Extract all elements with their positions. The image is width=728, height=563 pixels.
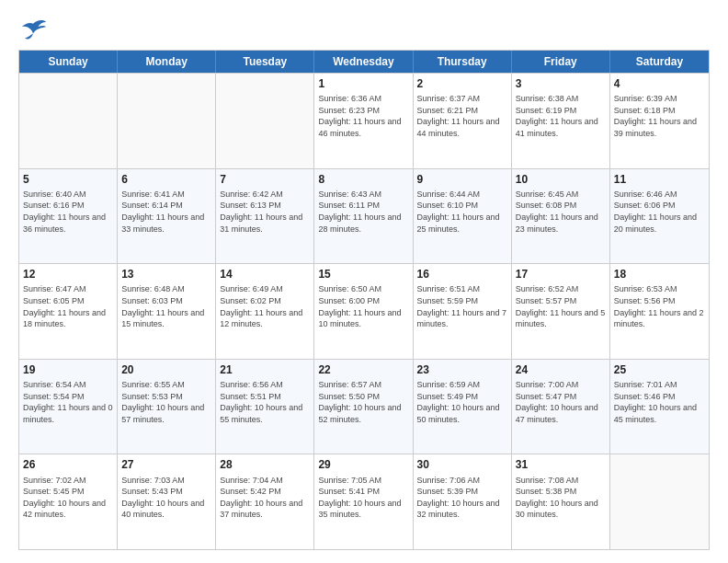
day-info: Sunrise: 7:05 AM Sunset: 5:41 PM Dayligh… [318, 475, 408, 521]
day-info: Sunrise: 6:55 AM Sunset: 5:53 PM Dayligh… [121, 379, 211, 425]
calendar-cell-9: 9Sunrise: 6:44 AM Sunset: 6:10 PM Daylig… [414, 169, 512, 264]
day-number: 2 [417, 76, 507, 91]
calendar-row-4: 19Sunrise: 6:54 AM Sunset: 5:54 PM Dayli… [19, 359, 709, 454]
day-number: 24 [516, 362, 606, 377]
calendar-cell-8: 8Sunrise: 6:43 AM Sunset: 6:11 PM Daylig… [314, 169, 413, 264]
day-info: Sunrise: 6:54 AM Sunset: 5:54 PM Dayligh… [23, 379, 113, 425]
calendar-cell-empty-0-0 [19, 74, 118, 168]
day-info: Sunrise: 7:04 AM Sunset: 5:42 PM Dayligh… [220, 475, 310, 521]
day-number: 21 [220, 362, 310, 377]
calendar-cell-1: 1Sunrise: 6:36 AM Sunset: 6:23 PM Daylig… [314, 74, 413, 168]
day-number: 8 [318, 172, 408, 187]
day-number: 28 [220, 457, 310, 472]
calendar-row-5: 26Sunrise: 7:02 AM Sunset: 5:45 PM Dayli… [19, 454, 709, 549]
day-info: Sunrise: 7:06 AM Sunset: 5:39 PM Dayligh… [417, 475, 507, 521]
day-info: Sunrise: 6:36 AM Sunset: 6:23 PM Dayligh… [318, 93, 408, 139]
day-info: Sunrise: 6:42 AM Sunset: 6:13 PM Dayligh… [220, 189, 310, 235]
day-info: Sunrise: 6:38 AM Sunset: 6:19 PM Dayligh… [516, 93, 606, 139]
day-number: 31 [516, 457, 606, 472]
calendar-cell-22: 22Sunrise: 6:57 AM Sunset: 5:50 PM Dayli… [314, 360, 413, 454]
calendar-cell-11: 11Sunrise: 6:46 AM Sunset: 6:06 PM Dayli… [610, 169, 709, 264]
calendar-cell-2: 2Sunrise: 6:37 AM Sunset: 6:21 PM Daylig… [414, 74, 512, 168]
day-info: Sunrise: 7:03 AM Sunset: 5:43 PM Dayligh… [121, 475, 211, 521]
header-day-monday: Monday [118, 51, 216, 73]
day-info: Sunrise: 6:53 AM Sunset: 5:56 PM Dayligh… [614, 283, 705, 329]
day-number: 5 [23, 172, 113, 187]
day-number: 1 [318, 76, 408, 91]
day-number: 9 [417, 172, 507, 187]
day-number: 11 [614, 172, 705, 187]
day-number: 18 [614, 267, 705, 282]
calendar-cell-23: 23Sunrise: 6:59 AM Sunset: 5:49 PM Dayli… [414, 360, 512, 454]
calendar-row-2: 5Sunrise: 6:40 AM Sunset: 6:16 PM Daylig… [19, 168, 709, 264]
day-info: Sunrise: 6:50 AM Sunset: 6:00 PM Dayligh… [318, 283, 408, 329]
calendar-cell-10: 10Sunrise: 6:45 AM Sunset: 6:08 PM Dayli… [512, 169, 610, 264]
header-day-sunday: Sunday [19, 51, 118, 73]
day-number: 15 [318, 267, 408, 282]
calendar-cell-empty-0-2 [216, 74, 314, 168]
day-number: 14 [220, 267, 310, 282]
calendar-cell-13: 13Sunrise: 6:48 AM Sunset: 6:03 PM Dayli… [118, 264, 216, 359]
calendar-cell-empty-4-6 [610, 454, 709, 549]
day-info: Sunrise: 7:00 AM Sunset: 5:47 PM Dayligh… [516, 379, 606, 425]
calendar-cell-6: 6Sunrise: 6:41 AM Sunset: 6:14 PM Daylig… [118, 169, 216, 264]
calendar-row-3: 12Sunrise: 6:47 AM Sunset: 6:05 PM Dayli… [19, 263, 709, 359]
day-info: Sunrise: 6:57 AM Sunset: 5:50 PM Dayligh… [318, 379, 408, 425]
calendar-cell-31: 31Sunrise: 7:08 AM Sunset: 5:38 PM Dayli… [512, 454, 610, 549]
day-number: 23 [417, 362, 507, 377]
day-info: Sunrise: 7:08 AM Sunset: 5:38 PM Dayligh… [516, 475, 606, 521]
calendar-row-1: 1Sunrise: 6:36 AM Sunset: 6:23 PM Daylig… [19, 73, 709, 168]
day-info: Sunrise: 6:44 AM Sunset: 6:10 PM Dayligh… [417, 189, 507, 235]
calendar-cell-21: 21Sunrise: 6:56 AM Sunset: 5:51 PM Dayli… [216, 360, 314, 454]
calendar-cell-19: 19Sunrise: 6:54 AM Sunset: 5:54 PM Dayli… [19, 360, 118, 454]
header-day-tuesday: Tuesday [216, 51, 314, 73]
day-info: Sunrise: 6:47 AM Sunset: 6:05 PM Dayligh… [23, 283, 113, 329]
logo [18, 17, 51, 42]
calendar-cell-empty-0-1 [118, 74, 216, 168]
calendar-cell-26: 26Sunrise: 7:02 AM Sunset: 5:45 PM Dayli… [19, 454, 118, 549]
calendar-cell-28: 28Sunrise: 7:04 AM Sunset: 5:42 PM Dayli… [216, 454, 314, 549]
header-day-friday: Friday [512, 51, 610, 73]
calendar-cell-30: 30Sunrise: 7:06 AM Sunset: 5:39 PM Dayli… [414, 454, 512, 549]
header-day-saturday: Saturday [610, 51, 709, 73]
header-day-wednesday: Wednesday [314, 51, 413, 73]
day-info: Sunrise: 7:02 AM Sunset: 5:45 PM Dayligh… [23, 475, 113, 521]
calendar-cell-27: 27Sunrise: 7:03 AM Sunset: 5:43 PM Dayli… [118, 454, 216, 549]
day-number: 22 [318, 362, 408, 377]
calendar-header: SundayMondayTuesdayWednesdayThursdayFrid… [19, 51, 709, 73]
day-number: 20 [121, 362, 211, 377]
day-number: 26 [23, 457, 113, 472]
day-info: Sunrise: 7:01 AM Sunset: 5:46 PM Dayligh… [614, 379, 705, 425]
calendar-cell-24: 24Sunrise: 7:00 AM Sunset: 5:47 PM Dayli… [512, 360, 610, 454]
day-info: Sunrise: 6:43 AM Sunset: 6:11 PM Dayligh… [318, 189, 408, 235]
day-number: 12 [23, 267, 113, 282]
page-header [18, 17, 710, 42]
day-info: Sunrise: 6:41 AM Sunset: 6:14 PM Dayligh… [121, 189, 211, 235]
day-info: Sunrise: 6:48 AM Sunset: 6:03 PM Dayligh… [121, 283, 211, 329]
calendar-cell-12: 12Sunrise: 6:47 AM Sunset: 6:05 PM Dayli… [19, 264, 118, 359]
day-info: Sunrise: 6:37 AM Sunset: 6:21 PM Dayligh… [417, 93, 507, 139]
calendar-cell-14: 14Sunrise: 6:49 AM Sunset: 6:02 PM Dayli… [216, 264, 314, 359]
calendar-cell-18: 18Sunrise: 6:53 AM Sunset: 5:56 PM Dayli… [610, 264, 709, 359]
day-info: Sunrise: 6:45 AM Sunset: 6:08 PM Dayligh… [516, 189, 606, 235]
day-info: Sunrise: 6:40 AM Sunset: 6:16 PM Dayligh… [23, 189, 113, 235]
logo-bird-icon [18, 17, 48, 42]
calendar-cell-7: 7Sunrise: 6:42 AM Sunset: 6:13 PM Daylig… [216, 169, 314, 264]
day-info: Sunrise: 6:56 AM Sunset: 5:51 PM Dayligh… [220, 379, 310, 425]
day-number: 27 [121, 457, 211, 472]
day-number: 6 [121, 172, 211, 187]
day-number: 3 [516, 76, 606, 91]
day-number: 17 [516, 267, 606, 282]
day-info: Sunrise: 6:52 AM Sunset: 5:57 PM Dayligh… [516, 283, 606, 329]
day-number: 30 [417, 457, 507, 472]
calendar-cell-3: 3Sunrise: 6:38 AM Sunset: 6:19 PM Daylig… [512, 74, 610, 168]
day-number: 10 [516, 172, 606, 187]
calendar-cell-20: 20Sunrise: 6:55 AM Sunset: 5:53 PM Dayli… [118, 360, 216, 454]
calendar-body: 1Sunrise: 6:36 AM Sunset: 6:23 PM Daylig… [19, 73, 709, 549]
calendar-cell-25: 25Sunrise: 7:01 AM Sunset: 5:46 PM Dayli… [610, 360, 709, 454]
day-info: Sunrise: 6:51 AM Sunset: 5:59 PM Dayligh… [417, 283, 507, 329]
calendar-cell-29: 29Sunrise: 7:05 AM Sunset: 5:41 PM Dayli… [314, 454, 413, 549]
day-number: 7 [220, 172, 310, 187]
day-info: Sunrise: 6:49 AM Sunset: 6:02 PM Dayligh… [220, 283, 310, 329]
day-number: 29 [318, 457, 408, 472]
